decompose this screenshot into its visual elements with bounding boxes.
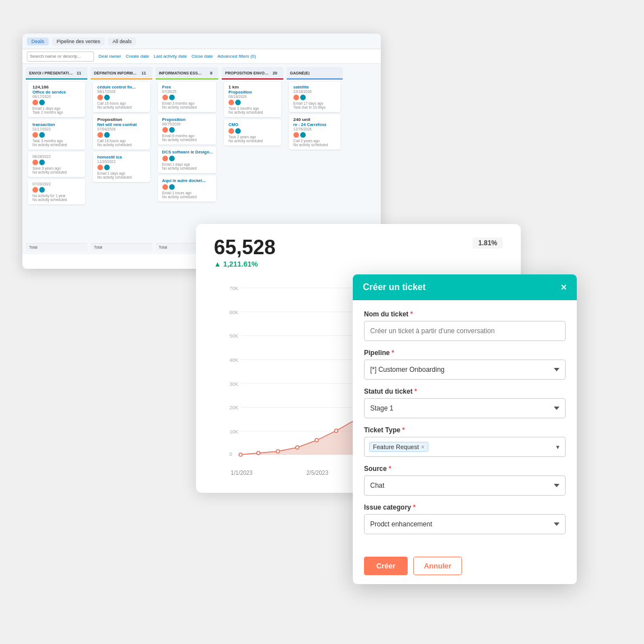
deals-card[interactable]: satellite10/18/2026Email 17 days agoTask… xyxy=(289,82,340,112)
kanban-column: ENVOI / PRÉSENTATION11124,186Office de s… xyxy=(26,67,87,251)
svg-text:60K: 60K xyxy=(230,310,239,315)
pipeline-tab[interactable]: Pipeline des ventes xyxy=(52,38,105,45)
cancel-button[interactable]: Annuler xyxy=(413,557,462,575)
chart-main-value: 65,528 xyxy=(214,237,503,258)
chevron-down-icon: ▼ xyxy=(555,444,561,450)
deals-card[interactable]: Proposition06/75/2026Email 6 months agoN… xyxy=(158,114,216,144)
ticket-type-group: Ticket Type * Feature Request × ▼ xyxy=(364,426,566,457)
create-ticket-modal: Créer un ticket × Nom du ticket * Pipeli… xyxy=(353,274,577,584)
x-label-1: 1/1/2023 xyxy=(231,470,253,476)
all-deals-tab[interactable]: All deals xyxy=(108,38,136,45)
ticket-type-input[interactable]: Feature Request × ▼ xyxy=(364,437,566,457)
issue-category-group: Issue category * Prodct enhancement xyxy=(364,503,566,534)
svg-text:30K: 30K xyxy=(230,381,239,387)
svg-text:70K: 70K xyxy=(230,286,239,291)
svg-text:40K: 40K xyxy=(230,357,239,363)
chart-delta: 1,211.61% xyxy=(214,260,503,268)
deals-card[interactable]: 240 unitre - 24 Carrefoss12/76/2026Call … xyxy=(289,114,340,150)
feature-request-tag: Feature Request × xyxy=(369,442,428,452)
ticket-status-group: Statut du ticket * Stage 1 xyxy=(364,388,566,418)
svg-point-21 xyxy=(334,429,338,432)
deal-owner-filter[interactable]: Deal owner xyxy=(99,54,121,59)
modal-close-button[interactable]: × xyxy=(561,282,567,292)
source-select[interactable]: Chat xyxy=(364,475,566,496)
create-button[interactable]: Créer xyxy=(364,557,408,575)
ticket-status-select[interactable]: Stage 1 xyxy=(364,398,566,418)
svg-text:50K: 50K xyxy=(230,333,239,339)
ticket-status-label: Statut du ticket * xyxy=(364,388,566,395)
kanban-column: DÉFINITION INFORMATION...11cédule contro… xyxy=(91,67,152,251)
deals-card[interactable]: transaction31/17/2022Task 3 months agoNo… xyxy=(28,119,85,150)
deals-card[interactable]: Free07/26/25Email 3 months agoNo activit… xyxy=(158,82,216,112)
svg-point-18 xyxy=(276,450,279,453)
source-group: Source * Chat xyxy=(364,465,566,496)
svg-text:20K: 20K xyxy=(230,405,239,410)
svg-point-16 xyxy=(239,453,242,456)
modal-body: Nom du ticket * Pipeline * [*] Customer … xyxy=(353,300,577,551)
ticket-name-group: Nom du ticket * xyxy=(364,310,566,341)
deals-card[interactable]: DCS software le Design...Email 1 days ag… xyxy=(158,147,216,173)
deals-topbar: Deals Pipeline des ventes All deals xyxy=(22,34,381,49)
svg-point-20 xyxy=(315,438,319,442)
close-date-filter[interactable]: Close date xyxy=(192,54,213,59)
deals-card[interactable]: hemostit ica11/20/2022Email 1 days agoNo… xyxy=(93,152,150,182)
ticket-name-label: Nom du ticket * xyxy=(364,310,566,318)
issue-category-label: Issue category * xyxy=(364,503,566,511)
x-label-2: 2/5/2023 xyxy=(306,470,328,476)
deals-card[interactable]: 08/28/2022Save 3 years agoNo activity sc… xyxy=(28,152,85,177)
search-input[interactable] xyxy=(27,52,94,62)
col-footer: Total xyxy=(26,243,87,251)
last-activity-filter[interactable]: Last activity date xyxy=(153,54,187,59)
svg-point-17 xyxy=(256,451,260,455)
pipeline-group: Pipeline * [*] Customer Onboarding xyxy=(364,349,566,380)
kanban-column: PROPOSITION ENVOYÉE201 kmProposition06/1… xyxy=(222,67,283,251)
create-date-filter[interactable]: Create date xyxy=(125,54,149,59)
kanban-column: INFORMATIONS ESSENTIEL...8Free07/26/25Em… xyxy=(156,67,218,251)
source-label: Source * xyxy=(364,465,566,473)
deals-tab[interactable]: Deals xyxy=(27,38,49,45)
deals-card[interactable]: 124,186Office de service08/17/2026Email … xyxy=(28,82,85,117)
advanced-filters[interactable]: Advanced filters (0) xyxy=(217,54,256,59)
deals-filterbar: Deal owner Create date Last activity dat… xyxy=(22,49,381,64)
deals-card[interactable]: cédule control fix...08/17/2026Call 16 h… xyxy=(93,82,150,112)
kanban-column: GAGNÉ(E)satellite10/18/2026Email 17 days… xyxy=(287,67,343,251)
svg-point-19 xyxy=(296,446,299,449)
modal-title: Créer un ticket xyxy=(363,282,426,292)
ticket-name-input[interactable] xyxy=(364,321,566,341)
svg-text:10K: 10K xyxy=(230,429,239,435)
svg-text:0: 0 xyxy=(230,451,232,457)
pipeline-label: Pipeline * xyxy=(364,349,566,357)
tag-remove-icon[interactable]: × xyxy=(421,444,424,450)
modal-footer: Créer Annuler xyxy=(353,551,577,584)
deals-card[interactable]: 1 kmProposition06/18/2026Task 3 months a… xyxy=(224,82,281,117)
deals-card[interactable]: 07/20/2022No activity for 1 yearNo activ… xyxy=(28,179,85,204)
pipeline-select[interactable]: [*] Customer Onboarding xyxy=(364,360,566,380)
issue-category-select[interactable]: Prodct enhancement xyxy=(364,514,566,534)
ticket-type-label: Ticket Type * xyxy=(364,426,566,434)
deals-card[interactable]: Aqui le autre dockel...Email 1 hours ago… xyxy=(158,175,216,202)
col-footer: Total xyxy=(91,243,152,251)
modal-header: Créer un ticket × xyxy=(353,274,577,300)
deals-card[interactable]: CMOTask 2 years agoNo activity scheduled xyxy=(224,119,281,146)
deals-card[interactable]: PropositionNet will new contrat07/04/202… xyxy=(93,114,150,150)
chart-percent-badge: 1.81% xyxy=(473,237,503,249)
